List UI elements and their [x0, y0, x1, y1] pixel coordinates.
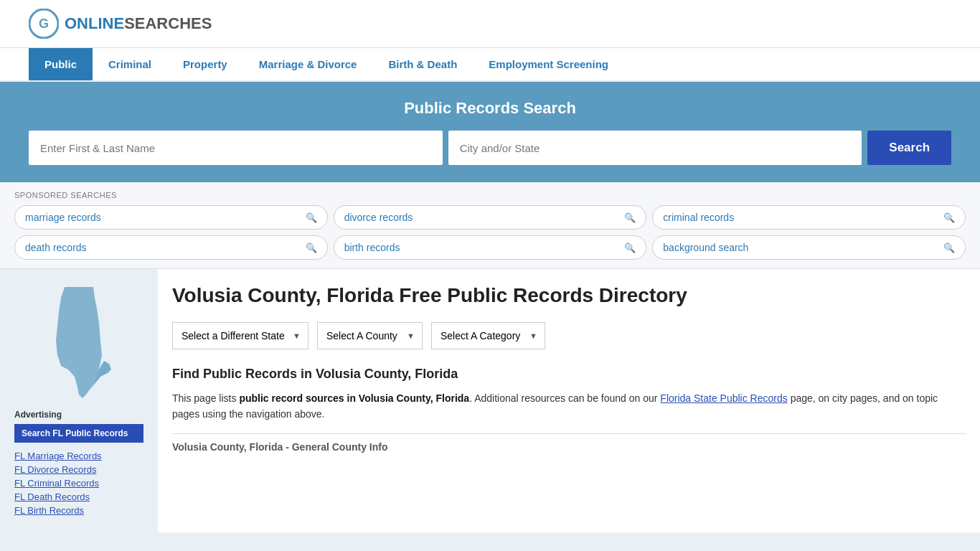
county-info-label: Volusia County, Florida - General County…: [172, 441, 388, 453]
list-item: FL Criminal Records: [14, 477, 143, 489]
nav-property[interactable]: Property: [167, 48, 243, 80]
sidebar-link-birth[interactable]: FL Birth Records: [14, 505, 84, 516]
search-icon-5: 🔍: [624, 242, 636, 253]
logo-icon: G: [29, 9, 59, 39]
sidebar-link-death[interactable]: FL Death Records: [14, 491, 90, 502]
search-icon-4: 🔍: [306, 242, 317, 253]
sidebar-links: FL Marriage Records FL Divorce Records F…: [14, 450, 143, 516]
list-item: FL Birth Records: [14, 504, 143, 516]
sponsored-link-death[interactable]: death records: [25, 242, 87, 253]
find-title: Find Public Records in Volusia County, F…: [172, 367, 966, 382]
nav-employment[interactable]: Employment Screening: [473, 48, 624, 80]
sponsored-label: SPONSORED SEARCHES: [14, 191, 966, 199]
sponsored-item[interactable]: birth records 🔍: [334, 235, 647, 260]
nav-birth-death[interactable]: Birth & Death: [372, 48, 473, 80]
florida-map-icon: [43, 283, 115, 398]
search-fl-button[interactable]: Search FL Public Records: [14, 424, 143, 443]
sponsored-link-birth[interactable]: birth records: [344, 242, 400, 253]
content-body: Volusia County, Florida Free Public Reco…: [172, 269, 966, 467]
banner-title: Public Records Search: [29, 99, 951, 118]
sponsored-section: SPONSORED SEARCHES marriage records 🔍 di…: [0, 182, 980, 269]
sponsored-item[interactable]: criminal records 🔍: [652, 205, 966, 230]
search-button[interactable]: Search: [867, 131, 951, 165]
header: G ONLINESEARCHES: [0, 0, 980, 48]
svg-text:G: G: [39, 17, 49, 31]
sponsored-item[interactable]: marriage records 🔍: [14, 205, 328, 230]
category-dropdown-wrapper: Select A Category: [431, 322, 545, 349]
list-item: FL Divorce Records: [14, 463, 143, 475]
sidebar: Advertising Search FL Public Records FL …: [0, 269, 158, 532]
find-description: This page lists public record sources in…: [172, 390, 966, 423]
sidebar-link-criminal[interactable]: FL Criminal Records: [14, 478, 99, 489]
search-icon-6: 🔍: [943, 242, 955, 253]
search-icon-3: 🔍: [943, 212, 955, 223]
sponsored-item[interactable]: divorce records 🔍: [334, 205, 647, 230]
sidebar-link-divorce[interactable]: FL Divorce Records: [14, 464, 96, 475]
logo-text: ONLINESEARCHES: [65, 14, 212, 33]
category-dropdown[interactable]: Select A Category: [432, 323, 545, 349]
list-item: FL Marriage Records: [14, 450, 143, 461]
sponsored-link-divorce[interactable]: divorce records: [344, 212, 413, 223]
florida-state-link[interactable]: Florida State Public Records: [660, 392, 787, 404]
sponsored-grid: marriage records 🔍 divorce records 🔍 cri…: [14, 205, 966, 260]
divider: Volusia County, Florida - General County…: [172, 433, 966, 453]
nav-marriage-divorce[interactable]: Marriage & Divorce: [243, 48, 373, 80]
main-layout: Advertising Search FL Public Records FL …: [0, 269, 980, 532]
search-icon-2: 🔍: [624, 212, 636, 223]
state-dropdown-wrapper: Select a Different State: [172, 322, 308, 349]
page-title: Volusia County, Florida Free Public Reco…: [172, 283, 966, 308]
county-dropdown-wrapper: Select A County: [317, 322, 423, 349]
nav-public[interactable]: Public: [29, 48, 93, 80]
sponsored-item[interactable]: death records 🔍: [14, 235, 328, 260]
sidebar-link-marriage[interactable]: FL Marriage Records: [14, 451, 102, 461]
city-input[interactable]: [448, 131, 862, 165]
name-input[interactable]: [29, 131, 443, 165]
advertising-label: Advertising: [14, 410, 143, 420]
state-dropdown[interactable]: Select a Different State: [173, 323, 308, 349]
dropdowns: Select a Different State Select A County…: [172, 322, 966, 349]
search-form: Search: [29, 131, 951, 165]
content: Volusia County, Florida Free Public Reco…: [158, 269, 980, 532]
nav-criminal[interactable]: Criminal: [93, 48, 167, 80]
search-banner: Public Records Search Search: [0, 82, 980, 182]
county-dropdown[interactable]: Select A County: [318, 323, 422, 349]
main-nav: Public Criminal Property Marriage & Divo…: [0, 48, 980, 82]
sponsored-link-criminal[interactable]: criminal records: [663, 212, 734, 223]
sponsored-link-background[interactable]: background search: [663, 242, 748, 253]
sponsored-link-marriage[interactable]: marriage records: [25, 212, 101, 223]
sponsored-item[interactable]: background search 🔍: [652, 235, 966, 260]
logo: G ONLINESEARCHES: [29, 9, 212, 39]
list-item: FL Death Records: [14, 491, 143, 502]
search-icon-1: 🔍: [306, 212, 317, 223]
